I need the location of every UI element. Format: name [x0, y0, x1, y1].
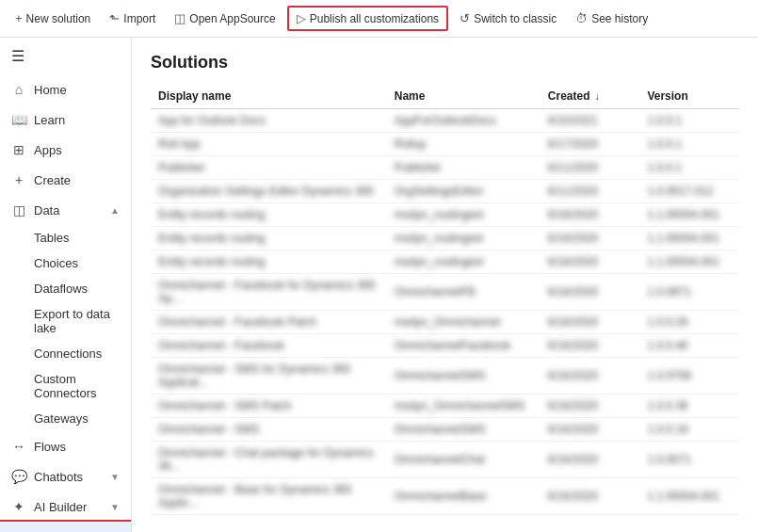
import-button[interactable]: ⬑ Import: [102, 8, 163, 29]
cell-name: OmnichannelSMS: [387, 358, 540, 395]
appsource-icon: ◫: [174, 11, 185, 25]
sidebar-item-create[interactable]: + Create: [0, 165, 131, 195]
cell-name: OmnichannelFB: [387, 274, 540, 311]
main-layout: ☰ ⌂ Home 📖 Learn ⊞ Apps + Create ◫ Data …: [0, 38, 758, 532]
open-appsource-button[interactable]: ◫ Open AppSource: [167, 8, 282, 29]
home-icon: ⌂: [11, 82, 26, 97]
sidebar-item-chatbots[interactable]: 💬 Chatbots ▼: [0, 461, 131, 492]
new-solution-button[interactable]: + New solution: [8, 8, 98, 29]
sidebar: ☰ ⌂ Home 📖 Learn ⊞ Apps + Create ◫ Data …: [0, 38, 132, 532]
cell-version: 1.1.00004.001: [639, 203, 739, 227]
cell-version: 1.0.0.1: [639, 133, 739, 156]
table-row[interactable]: Entity records routingmsdyn_routingext6/…: [151, 227, 739, 250]
content-area: Solutions Display name Name Created ↓ Ve…: [132, 38, 758, 532]
create-icon: +: [11, 172, 26, 187]
cell-created: 6/16/2020: [540, 395, 640, 418]
table-row[interactable]: Entity records routingmsdyn_routingext6/…: [151, 203, 739, 227]
publish-all-button[interactable]: ▷ Publish all customizations: [287, 6, 448, 31]
table-body: App for Outlook DocsAppForOutlookDocs6/1…: [151, 109, 739, 515]
table-row[interactable]: Omnichannel - Facebook Patchmsdyn_Omnich…: [151, 311, 739, 334]
cell-name: msdyn_OmnichannelSMS: [387, 395, 540, 418]
cell-display-name: Entity records routing: [151, 227, 387, 250]
sidebar-item-flows[interactable]: ↔ Flows: [0, 431, 131, 461]
cell-display-name: Publisher: [151, 156, 387, 180]
cell-display-name: Omnichannel - SMS Patch: [151, 395, 387, 418]
see-history-button[interactable]: ⏱ See history: [568, 8, 655, 29]
cell-created: 6/10/2021: [540, 109, 640, 133]
cell-name: msdyn_routingext: [387, 227, 540, 250]
sidebar-item-tables[interactable]: Tables: [34, 225, 131, 250]
sidebar-item-data[interactable]: ◫ Data ▲: [0, 195, 131, 225]
apps-icon: ⊞: [11, 142, 26, 157]
history-icon: ⏱: [575, 11, 588, 25]
chatbots-expand-icon: ▼: [110, 472, 120, 482]
cell-display-name: Omnichannel - Base for Dynamics 365 Appl…: [151, 478, 387, 515]
table-row[interactable]: Omnichannel - SMSOmnichannelSMS6/16/2020…: [151, 418, 739, 442]
table-header: Display name Name Created ↓ Version: [151, 84, 739, 109]
table-row[interactable]: Omnichannel - SMS for Dynamics 365 Appli…: [151, 358, 739, 395]
sidebar-item-solutions[interactable]: ◱ Solutions: [0, 522, 131, 532]
cell-display-name: Entity records routing: [151, 203, 387, 227]
cell-display-name: Entity records routing: [151, 250, 387, 274]
sidebar-item-export-to-lake[interactable]: Export to data lake: [34, 301, 131, 341]
cell-display-name: Omnichannel - SMS: [151, 418, 387, 442]
table-row[interactable]: Omnichannel - FacebookOmnichannelFaceboo…: [151, 334, 739, 358]
cell-display-name: Omnichannel - Facebook Patch: [151, 311, 387, 334]
col-header-name: Name: [387, 84, 540, 109]
cell-version: 1.1.00004.001: [639, 478, 739, 515]
col-header-created[interactable]: Created ↓: [540, 84, 640, 109]
table-row[interactable]: PublisherPublisher6/11/20201.0.0.1: [151, 156, 739, 180]
hamburger-menu[interactable]: ☰: [0, 38, 131, 74]
cell-created: 6/16/2020: [540, 478, 640, 515]
switch-icon: ↺: [460, 11, 470, 25]
cell-version: 1.0.0.1: [639, 109, 739, 133]
ai-builder-icon: ✦: [11, 499, 26, 514]
cell-created: 6/16/2020: [540, 358, 640, 395]
cell-version: 1.0.0.36: [639, 395, 739, 418]
cell-display-name: Organization Settings Editor Dynamics 36…: [151, 180, 387, 203]
cell-name: msdyn_routingext: [387, 203, 540, 227]
sidebar-item-apps[interactable]: ⊞ Apps: [0, 135, 131, 165]
sidebar-item-choices[interactable]: Choices: [34, 250, 131, 276]
cell-name: OmnichannelChat: [387, 442, 540, 478]
cell-version: 1.0.0708: [639, 358, 739, 395]
switch-classic-button[interactable]: ↺ Switch to classic: [452, 8, 564, 29]
cell-created: 6/16/2020: [540, 442, 640, 478]
table-row[interactable]: Organization Settings Editor Dynamics 36…: [151, 180, 739, 203]
table-row[interactable]: App for Outlook DocsAppForOutlookDocs6/1…: [151, 109, 739, 133]
cell-name: msdyn_routingext: [387, 250, 540, 274]
cell-display-name: Omnichannel - Facebook: [151, 334, 387, 358]
table-row[interactable]: Omnichannel - Base for Dynamics 365 Appl…: [151, 478, 739, 515]
cell-display-name: Omnichannel - SMS for Dynamics 365 Appli…: [151, 358, 387, 395]
cell-version: 1.1.00004.001: [639, 227, 739, 250]
sidebar-item-ai-builder[interactable]: ✦ AI Builder ▼: [0, 492, 131, 522]
table-row[interactable]: Omnichannel - SMS Patchmsdyn_Omnichannel…: [151, 395, 739, 418]
cell-version: 1.0.0.19: [639, 418, 739, 442]
table-row[interactable]: Omnichannel - Facebook for Dynamics 365 …: [151, 274, 739, 311]
sidebar-item-home[interactable]: ⌂ Home: [0, 74, 131, 105]
cell-version: 1.0.0.46: [639, 334, 739, 358]
sidebar-item-dataflows[interactable]: Dataflows: [34, 276, 131, 301]
table-row[interactable]: Entity records routingmsdyn_routingext6/…: [151, 250, 739, 274]
sidebar-item-custom-connectors[interactable]: Custom Connectors: [34, 366, 131, 406]
cell-name: Publisher: [387, 156, 540, 180]
sidebar-item-gateways[interactable]: Gateways: [34, 406, 131, 431]
cell-name: msdyn_Omnichannel: [387, 311, 540, 334]
flows-icon: ↔: [11, 439, 26, 454]
table-row[interactable]: Omnichannel - Chat package for Dynamics …: [151, 442, 739, 478]
cell-created: 6/16/2020: [540, 418, 640, 442]
cell-version: 1.0.0017.012: [639, 180, 739, 203]
cell-created: 6/16/2020: [540, 203, 640, 227]
learn-icon: 📖: [11, 112, 26, 127]
data-icon: ◫: [11, 202, 26, 218]
cell-name: OmnichannelBase: [387, 478, 540, 515]
sidebar-item-learn[interactable]: 📖 Learn: [0, 105, 131, 135]
table-row[interactable]: Roll AppRollup6/17/20201.0.0.1: [151, 133, 739, 156]
sidebar-item-connections[interactable]: Connections: [34, 341, 131, 366]
cell-display-name: Roll App: [151, 133, 387, 156]
cell-version: 1.0.0871: [639, 274, 739, 311]
cell-version: 1.0.0.26: [639, 311, 739, 334]
col-header-version: Version: [639, 84, 739, 109]
cell-name: Rollup: [387, 133, 540, 156]
cell-name: OmnichannelSMS: [387, 418, 540, 442]
